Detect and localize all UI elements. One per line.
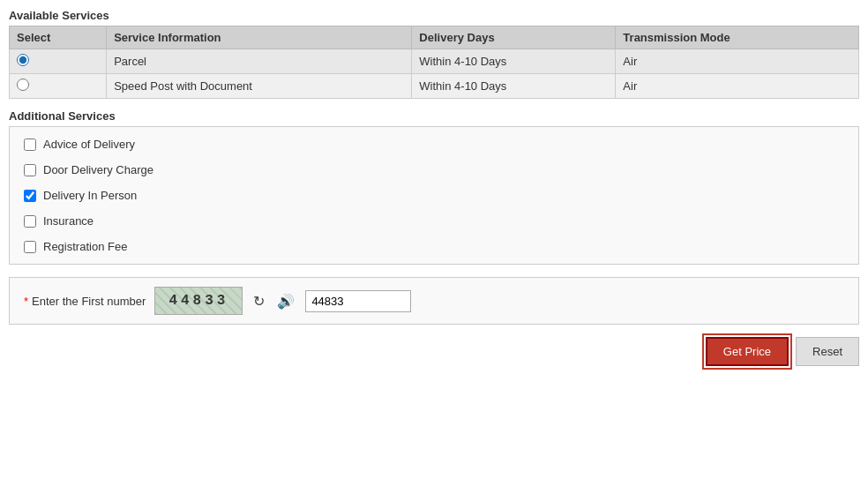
label-advice_delivery[interactable]: Advice of Delivery [43,138,135,151]
transmission-cell: Air [616,74,859,99]
services-table: Select Service Information Delivery Days… [9,26,859,99]
additional-service-item-insurance: Insurance [24,214,844,228]
delivery-days-cell: Within 4-10 Days [412,49,616,74]
service-radio-0[interactable] [17,54,29,66]
captcha-refresh-button[interactable]: ↻ [251,291,266,311]
available-services-section: Available Services Select Service Inform… [9,9,859,99]
additional-service-item-door_delivery: Door Delivery Charge [24,163,844,176]
captcha-label: *Enter the First number [24,295,146,308]
label-insurance[interactable]: Insurance [43,214,94,228]
captcha-input[interactable] [305,290,411,312]
service-info-cell: Parcel [107,49,412,74]
checkbox-insurance[interactable] [24,215,36,228]
additional-services-box: Advice of DeliveryDoor Delivery ChargeDe… [9,126,859,265]
checkbox-advice_delivery[interactable] [24,138,36,151]
required-marker: * [24,295,28,308]
service-info-cell: Speed Post with Document [107,74,412,99]
service-select-cell [10,74,107,99]
captcha-image: 44833 [154,287,243,315]
col-select: Select [10,26,107,49]
captcha-section: *Enter the First number 44833 ↻ 🔊 [9,277,859,325]
additional-service-item-delivery_in_person: Delivery In Person [24,189,844,202]
additional-services-title: Additional Services [9,109,859,123]
checkbox-delivery_in_person[interactable] [24,190,36,202]
label-door_delivery[interactable]: Door Delivery Charge [43,163,153,176]
service-radio-1[interactable] [17,79,29,91]
table-row: ParcelWithin 4-10 DaysAir [10,49,859,74]
delivery-days-cell: Within 4-10 Days [412,74,616,99]
checkbox-door_delivery[interactable] [24,164,36,176]
get-price-button[interactable]: Get Price [706,337,789,366]
buttons-row: Get Price Reset [9,337,859,366]
additional-service-item-registration_fee: Registration Fee [24,240,844,253]
transmission-cell: Air [616,49,859,74]
service-select-cell [10,49,107,74]
col-transmission: Transmission Mode [616,26,859,49]
checkbox-registration_fee[interactable] [24,241,36,253]
label-delivery_in_person[interactable]: Delivery In Person [43,189,137,202]
reset-button[interactable]: Reset [796,337,859,366]
col-delivery-days: Delivery Days [412,26,616,49]
additional-service-item-advice_delivery: Advice of Delivery [24,138,844,151]
available-services-title: Available Services [9,9,859,22]
additional-services-section: Additional Services Advice of DeliveryDo… [9,109,859,265]
captcha-audio-button[interactable]: 🔊 [275,291,296,311]
col-service-info: Service Information [107,26,412,49]
label-registration_fee[interactable]: Registration Fee [43,240,127,253]
table-row: Speed Post with DocumentWithin 4-10 Days… [10,74,859,99]
